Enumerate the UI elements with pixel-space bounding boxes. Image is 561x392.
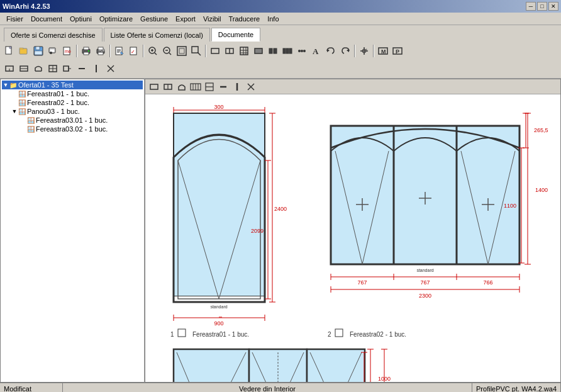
edit1-button[interactable] (113, 44, 126, 58)
dt-minus[interactable] (217, 81, 230, 93)
expand-icon4[interactable]: ▼ (11, 108, 18, 115)
columns-button[interactable] (266, 44, 280, 58)
config2-button[interactable] (60, 62, 74, 76)
menu-document[interactable]: Document (27, 14, 66, 24)
print-button[interactable] (79, 44, 93, 58)
menu-gestiune[interactable]: Gestiune (136, 14, 172, 24)
view2-button[interactable] (17, 62, 31, 76)
svg-text:2300: 2300 (419, 293, 431, 299)
svg-rect-35 (192, 47, 198, 53)
text-button[interactable]: A (309, 44, 323, 58)
tree-item-fereastra0302[interactable]: 🪟 Fereastra03.02 - 1 buc. (2, 125, 143, 133)
dt-4col[interactable] (189, 81, 202, 93)
p-button[interactable]: P (391, 44, 404, 58)
svg-text:1: 1 (170, 331, 174, 338)
separator2 (109, 45, 111, 57)
arch-button[interactable] (31, 62, 45, 76)
svg-point-51 (298, 50, 301, 52)
separator1 (76, 45, 77, 57)
svg-text:P: P (396, 48, 399, 55)
fill-button[interactable] (252, 44, 265, 58)
svg-text:2099: 2099 (251, 228, 264, 234)
menu-traducere[interactable]: Traducere (225, 14, 264, 24)
svg-text:A: A (313, 47, 319, 56)
tree-item-fereastra02[interactable]: 🪟 Fereastra02 - 1 buc. (2, 98, 143, 107)
svg-text:M: M (381, 48, 386, 55)
zoom-fit-button[interactable] (175, 44, 189, 58)
svg-marker-56 (347, 49, 349, 52)
separator6 (373, 45, 374, 57)
m-button[interactable]: M (376, 44, 390, 58)
menu-fisier[interactable]: Fisier (3, 14, 27, 24)
dt-horiz-split[interactable] (203, 81, 216, 93)
svg-rect-48 (283, 48, 286, 53)
expand-icon[interactable]: ▼ (2, 82, 9, 88)
svg-point-53 (303, 50, 306, 52)
redo-button[interactable] (338, 44, 352, 58)
svg-text:2400: 2400 (274, 206, 287, 212)
minus-button[interactable] (75, 62, 89, 76)
view1-button[interactable] (3, 62, 16, 76)
menu-export[interactable]: Export (172, 14, 199, 24)
pipe-button[interactable] (89, 62, 103, 76)
svg-rect-2 (19, 48, 23, 49)
svg-rect-49 (286, 48, 289, 53)
close-drawing-button[interactable] (104, 62, 118, 76)
drawing-canvas: 300 standard (145, 94, 560, 383)
zoom-select-button[interactable] (189, 44, 203, 58)
drawing-area[interactable]: 300 standard (145, 79, 561, 383)
minimize-button[interactable]: ─ (526, 2, 536, 11)
tree-label-fereastra0301: Fereastra03.01 - 1 buc. (36, 116, 108, 124)
grid-button[interactable] (237, 44, 251, 58)
config1-button[interactable] (46, 62, 60, 76)
print2-button[interactable]: PDF (94, 44, 108, 58)
zoom-out-button[interactable] (160, 44, 174, 58)
new-button[interactable] (3, 44, 16, 58)
dt-rect[interactable] (148, 81, 160, 93)
tree-item-oferta01[interactable]: ▼ 📁 Oferta01 - 35 Test (2, 81, 143, 89)
svg-rect-162 (174, 349, 249, 383)
dt-arch[interactable] (175, 81, 188, 93)
svg-rect-47 (274, 48, 277, 53)
sidebar[interactable]: ▼ 📁 Oferta01 - 35 Test 🪟 Fereastra01 - 1… (0, 79, 145, 383)
open-button[interactable] (17, 44, 31, 58)
menu-optiuni[interactable]: Optiuni (66, 14, 96, 24)
menu-optimizare[interactable]: Optimizare (96, 14, 136, 24)
edit2-button[interactable]: ✓ (127, 44, 141, 58)
tab-documente[interactable]: Documente (211, 28, 260, 42)
svg-text:2: 2 (328, 331, 331, 338)
menu-info[interactable]: Info (264, 14, 282, 24)
dt-pipe[interactable] (231, 81, 243, 93)
three-col-button[interactable] (280, 44, 294, 58)
svg-marker-55 (327, 49, 330, 52)
zoom-in-button[interactable] (146, 44, 160, 58)
maximize-button[interactable]: □ (537, 2, 547, 11)
export-button[interactable]: mo (60, 44, 74, 58)
window-icon2: 🪟 (18, 99, 26, 106)
dt-close[interactable] (245, 81, 257, 93)
undo-button[interactable] (324, 44, 338, 58)
svg-rect-73 (64, 66, 69, 71)
tree-item-fereastra0301[interactable]: 🪟 Fereastra03.01 - 1 buc. (2, 116, 143, 125)
split-horiz-button[interactable] (223, 44, 236, 58)
toolbar-row1: mo PDF ✓ (3, 43, 558, 59)
svg-text:766: 766 (483, 279, 492, 286)
separator3 (143, 45, 144, 57)
close-button[interactable]: ✕ (548, 2, 558, 11)
svg-point-52 (301, 50, 303, 52)
title-bar: WinArhi 4.2.53 ─ □ ✕ (0, 0, 561, 13)
print-preview-button[interactable] (46, 44, 60, 58)
tree-item-panou03[interactable]: ▼ 🪟 Panou03 - 1 buc. (2, 107, 143, 116)
dt-split[interactable] (162, 81, 174, 93)
dots-button[interactable] (295, 44, 309, 58)
svg-rect-1 (19, 48, 27, 54)
tree-label-fereastra01: Fereastra01 - 1 buc. (27, 90, 89, 98)
save-button[interactable] (31, 44, 45, 58)
tree-item-fereastra01[interactable]: 🪟 Fereastra01 - 1 buc. (2, 89, 143, 98)
status-bar: Modificat Vedere din Interior ProfilePVC… (0, 383, 561, 392)
rect-button[interactable] (208, 44, 222, 58)
tab-oferte[interactable]: Oferte si Comenzi deschise (4, 28, 103, 42)
crosshair-button[interactable]: + (357, 44, 371, 58)
tab-liste[interactable]: Liste Oferte si Comenzi (local) (104, 28, 210, 42)
menu-vizibil[interactable]: Vizibil (199, 14, 225, 24)
